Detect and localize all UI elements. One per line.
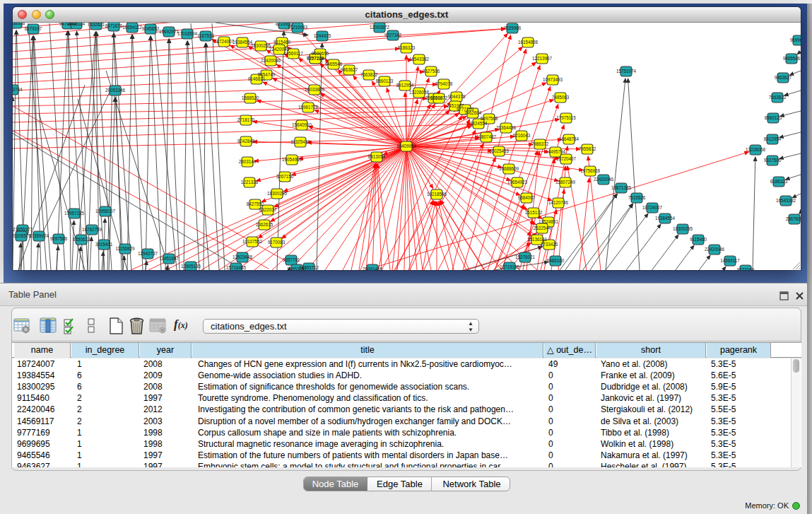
svg-text:2867608: 2867608 [786, 216, 801, 221]
svg-text:1221338: 1221338 [241, 180, 259, 185]
svg-text:18724007: 18724007 [214, 39, 235, 44]
svg-text:2522544: 2522544 [534, 226, 551, 230]
svg-text:20053346: 20053346 [105, 88, 126, 93]
svg-text:6497568: 6497568 [481, 116, 498, 121]
svg-text:11156829: 11156829 [115, 246, 135, 251]
svg-text:15716485: 15716485 [226, 265, 247, 270]
svg-text:10958107: 10958107 [95, 209, 116, 214]
svg-text:16154808: 16154808 [518, 40, 539, 45]
svg-text:16543382: 16543382 [776, 198, 796, 203]
svg-text:10688609: 10688609 [499, 166, 519, 171]
svg-text:9777169: 9777169 [737, 267, 755, 271]
svg-text:17359924: 17359924 [29, 233, 49, 238]
svg-text:9146821: 9146821 [248, 76, 266, 81]
svg-text:17016504: 17016504 [177, 31, 198, 36]
svg-text:18300295: 18300295 [251, 43, 271, 48]
svg-text:7955812: 7955812 [579, 146, 596, 151]
svg-text:8186323: 8186323 [398, 45, 416, 50]
svg-text:11451947: 11451947 [159, 256, 179, 261]
svg-text:17975115: 17975115 [556, 115, 576, 120]
svg-text:2803144: 2803144 [239, 159, 257, 164]
svg-text:7515526: 7515526 [628, 195, 646, 200]
svg-text:2718170: 2718170 [237, 117, 255, 122]
svg-text:1362615: 1362615 [256, 222, 273, 227]
svg-text:8860123: 8860123 [376, 78, 394, 83]
svg-text:3915401: 3915401 [95, 242, 113, 247]
svg-text:8186323: 8186323 [770, 179, 788, 184]
svg-text:9463627: 9463627 [341, 67, 358, 72]
svg-text:7632621: 7632621 [88, 23, 105, 27]
svg-text:3267150: 3267150 [276, 174, 294, 179]
svg-text:9465546: 9465546 [783, 56, 801, 61]
svg-text:9327506: 9327506 [423, 69, 440, 74]
svg-text:11325419: 11325419 [290, 139, 310, 144]
svg-text:22420046: 22420046 [594, 177, 614, 182]
svg-text:9242848: 9242848 [237, 139, 255, 144]
svg-text:20364436: 20364436 [496, 125, 517, 130]
svg-text:9463627: 9463627 [775, 75, 792, 80]
svg-text:12923448: 12923448 [233, 255, 253, 259]
svg-text:16648784: 16648784 [559, 136, 579, 141]
svg-text:19756928: 19756928 [580, 168, 601, 173]
svg-text:8471676: 8471676 [105, 23, 123, 28]
svg-text:19384554: 19384554 [655, 216, 676, 221]
svg-text:6216043: 6216043 [513, 133, 531, 138]
svg-text:16543382: 16543382 [409, 57, 430, 62]
svg-text:17957225: 17957225 [64, 211, 85, 216]
svg-text:8912954: 8912954 [764, 136, 782, 141]
svg-text:6466160: 6466160 [547, 258, 565, 263]
svg-text:14569117: 14569117 [720, 258, 740, 263]
svg-text:7663822: 7663822 [360, 72, 378, 77]
svg-text:10719185: 10719185 [500, 264, 520, 269]
svg-text:14569117: 14569117 [283, 51, 303, 56]
svg-text:11123744: 11123744 [13, 87, 23, 92]
svg-text:9529966: 9529966 [504, 25, 522, 30]
svg-text:8427552: 8427552 [247, 201, 264, 206]
svg-text:12942737: 12942737 [138, 251, 158, 256]
svg-text:9097586: 9097586 [50, 236, 68, 241]
svg-text:16409954: 16409954 [396, 144, 417, 148]
svg-text:19654923: 19654923 [507, 180, 528, 185]
svg-text:7357224: 7357224 [307, 56, 324, 61]
svg-text:7462664: 7462664 [464, 110, 482, 115]
svg-text:2935114: 2935114 [68, 23, 86, 26]
svg-text:9044378: 9044378 [448, 94, 466, 99]
svg-text:19384554: 19384554 [233, 40, 253, 45]
svg-text:20691406: 20691406 [363, 267, 383, 271]
svg-text:14495794: 14495794 [546, 149, 566, 154]
svg-text:15751074: 15751074 [616, 69, 637, 74]
svg-text:9227342: 9227342 [384, 33, 402, 37]
svg-text:9699695: 9699695 [312, 51, 329, 56]
svg-text:8912954: 8912954 [396, 83, 414, 88]
svg-text:15640910: 15640910 [292, 122, 312, 127]
svg-text:9465546: 9465546 [325, 62, 343, 66]
svg-text:18724007: 18724007 [642, 205, 663, 210]
svg-text:19218506: 19218506 [427, 192, 447, 197]
svg-text:9170083: 9170083 [268, 240, 286, 245]
svg-text:16210043: 16210043 [288, 25, 308, 30]
svg-text:10654112: 10654112 [122, 25, 142, 30]
svg-text:9245652: 9245652 [142, 26, 160, 31]
svg-text:12213967: 12213967 [532, 56, 553, 61]
svg-text:7663822: 7663822 [769, 95, 787, 100]
svg-text:9327506: 9327506 [764, 158, 782, 163]
svg-text:9115460: 9115460 [273, 40, 291, 45]
svg-text:15720407: 15720407 [556, 156, 577, 161]
svg-text:18300295: 18300295 [673, 226, 693, 231]
svg-text:9684067: 9684067 [518, 195, 536, 200]
svg-text:7986372: 7986372 [531, 141, 549, 146]
svg-text:1733426: 1733426 [541, 242, 558, 247]
svg-text:13226058: 13226058 [746, 147, 766, 152]
svg-text:12093872: 12093872 [370, 25, 390, 30]
svg-text:22420046: 22420046 [261, 58, 281, 63]
svg-text:16671385: 16671385 [611, 185, 632, 190]
svg-text:16782759: 16782759 [82, 227, 102, 232]
svg-text:1615132: 1615132 [525, 210, 543, 215]
svg-text:8938928: 8938928 [13, 23, 25, 25]
svg-text:7485063: 7485063 [552, 95, 570, 100]
svg-text:1621072: 1621072 [430, 95, 448, 100]
svg-text:14120746: 14120746 [548, 200, 569, 205]
svg-text:3824554: 3824554 [470, 121, 488, 126]
svg-text:15136141: 15136141 [527, 237, 548, 242]
svg-text:15807249: 15807249 [555, 180, 576, 185]
